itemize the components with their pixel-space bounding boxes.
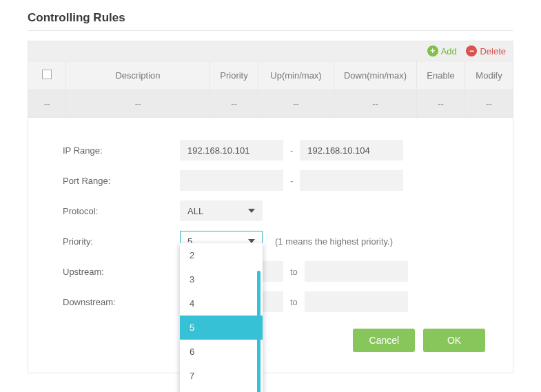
- protocol-value: ALL: [187, 206, 203, 216]
- ip-end-input[interactable]: [300, 140, 403, 161]
- priority-hint: (1 means the highest priority.): [275, 236, 393, 247]
- table-row: -- -- -- -- -- -- --: [28, 90, 513, 118]
- col-enable: Enable: [417, 61, 465, 90]
- downstream-label: Downstream:: [63, 297, 180, 307]
- priority-label: Priority:: [63, 236, 180, 247]
- cell: --: [417, 90, 465, 118]
- table-header-row: Description Priority Up(min/max) Down(mi…: [28, 61, 513, 90]
- port-start-input[interactable]: [180, 170, 283, 191]
- form-buttons: Cancel OK: [63, 329, 492, 352]
- dash-icon: -: [290, 145, 293, 156]
- port-range-label: Port Range:: [63, 176, 180, 186]
- dash-icon: -: [290, 176, 293, 186]
- toolbar: + Add − Delete: [28, 41, 513, 61]
- rule-form: IP Range: - Port Range: - Protocol: ALL …: [28, 118, 513, 373]
- ip-start-input[interactable]: [180, 140, 283, 161]
- col-priority: Priority: [210, 61, 258, 90]
- cell: --: [258, 90, 334, 118]
- cell: --: [28, 90, 66, 118]
- divider: [28, 30, 513, 31]
- col-modify: Modify: [465, 61, 513, 90]
- add-label: Add: [441, 46, 457, 56]
- checkbox-icon[interactable]: [42, 70, 52, 79]
- add-button[interactable]: + Add: [427, 45, 457, 56]
- upstream-max-input[interactable]: [305, 261, 408, 282]
- ip-range-label: IP Range:: [63, 145, 180, 156]
- priority-option[interactable]: 8: [180, 388, 263, 392]
- cell: --: [334, 90, 417, 118]
- to-label: to: [290, 297, 298, 307]
- minus-icon: −: [466, 45, 477, 56]
- priority-option[interactable]: 2: [180, 243, 263, 267]
- cell: --: [66, 90, 210, 118]
- col-up: Up(min/max): [258, 61, 334, 90]
- priority-option[interactable]: 6: [180, 340, 263, 364]
- chevron-down-icon: [248, 209, 255, 213]
- downstream-max-input[interactable]: [305, 291, 408, 312]
- protocol-row: Protocol: ALL: [63, 200, 492, 221]
- priority-option[interactable]: 4: [180, 291, 263, 316]
- upstream-row: Upstream: to: [63, 261, 492, 282]
- protocol-select[interactable]: ALL: [180, 200, 263, 221]
- col-description: Description: [66, 61, 210, 90]
- port-range-row: Port Range: -: [63, 170, 492, 191]
- upstream-label: Upstream:: [63, 267, 180, 277]
- ok-button[interactable]: OK: [423, 329, 485, 352]
- downstream-row: Downstream: to: [63, 291, 492, 312]
- to-label: to: [290, 267, 298, 277]
- priority-option[interactable]: 7: [180, 364, 263, 388]
- priority-option[interactable]: 5: [180, 316, 263, 340]
- cancel-button[interactable]: Cancel: [353, 329, 415, 352]
- delete-button[interactable]: − Delete: [466, 45, 506, 56]
- priority-dropdown[interactable]: 2345678: [180, 243, 263, 392]
- cell: --: [465, 90, 513, 118]
- select-all-header[interactable]: [28, 61, 66, 90]
- cell: --: [210, 90, 258, 118]
- plus-icon: +: [427, 45, 438, 56]
- port-end-input[interactable]: [300, 170, 403, 191]
- delete-label: Delete: [480, 46, 506, 56]
- rules-table: Description Priority Up(min/max) Down(mi…: [28, 61, 513, 118]
- col-down: Down(min/max): [334, 61, 417, 90]
- ip-range-row: IP Range: -: [63, 140, 492, 161]
- page-title: Controlling Rules: [28, 11, 513, 25]
- priority-row: Priority: 5 (1 means the highest priorit…: [63, 231, 492, 251]
- priority-option[interactable]: 3: [180, 267, 263, 291]
- protocol-label: Protocol:: [63, 206, 180, 216]
